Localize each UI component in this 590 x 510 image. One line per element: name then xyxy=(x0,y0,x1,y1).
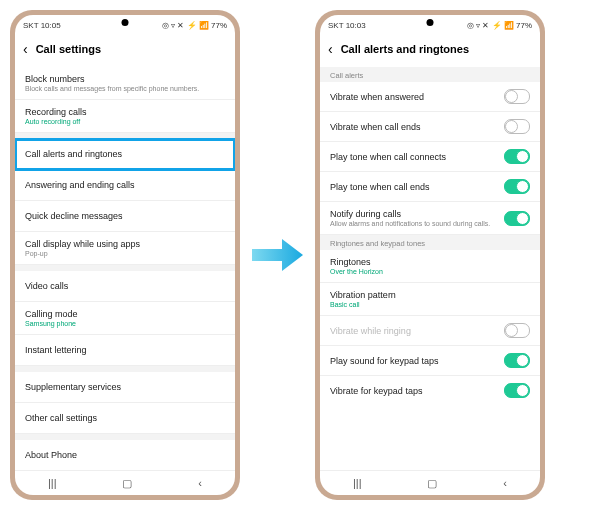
back-icon[interactable]: ‹ xyxy=(328,41,333,57)
item-block-numbers[interactable]: Block numbers Block calls and messages f… xyxy=(15,67,235,100)
item-supplementary[interactable]: Supplementary services xyxy=(15,372,235,403)
screen-right: SKT 10:03 ◎ ▿ ✕ ⚡ 📶 77% ‹ Call alerts an… xyxy=(320,15,540,495)
recent-button[interactable]: ||| xyxy=(353,477,362,489)
item-instant-lettering[interactable]: Instant lettering xyxy=(15,335,235,366)
header: ‹ Call settings xyxy=(15,35,235,67)
status-icons: ◎ ▿ ✕ ⚡ 📶 77% xyxy=(467,21,532,30)
item-quick-decline[interactable]: Quick decline messages xyxy=(15,201,235,232)
item-answering-ending[interactable]: Answering and ending calls xyxy=(15,170,235,201)
toggle[interactable] xyxy=(504,383,530,398)
item-vibrate-keypad[interactable]: Vibrate for keypad taps xyxy=(320,376,540,405)
toggle[interactable] xyxy=(504,211,530,226)
carrier-time: SKT 10:05 xyxy=(23,21,61,30)
item-recording-calls[interactable]: Recording calls Auto recording off xyxy=(15,100,235,133)
toggle[interactable] xyxy=(504,149,530,164)
item-notify-during[interactable]: Notify during calls Allow alarms and not… xyxy=(320,202,540,235)
back-button[interactable]: ‹ xyxy=(198,477,202,489)
header: ‹ Call alerts and ringtones xyxy=(320,35,540,67)
page-title: Call alerts and ringtones xyxy=(341,43,469,55)
toggle[interactable] xyxy=(504,179,530,194)
item-other-settings[interactable]: Other call settings xyxy=(15,403,235,434)
phone-right: SKT 10:03 ◎ ▿ ✕ ⚡ 📶 77% ‹ Call alerts an… xyxy=(315,10,545,500)
back-button[interactable]: ‹ xyxy=(503,477,507,489)
recent-button[interactable]: ||| xyxy=(48,477,57,489)
status-icons: ◎ ▿ ✕ ⚡ 📶 77% xyxy=(162,21,227,30)
carrier-time: SKT 10:03 xyxy=(328,21,366,30)
item-call-alerts-ringtones[interactable]: Call alerts and ringtones xyxy=(15,139,235,170)
arrow-icon xyxy=(250,235,305,275)
screen-left: SKT 10:05 ◎ ▿ ✕ ⚡ 📶 77% ‹ Call settings … xyxy=(15,15,235,495)
home-button[interactable]: ▢ xyxy=(427,477,437,490)
nav-bar: ||| ▢ ‹ xyxy=(15,470,235,495)
phone-left: SKT 10:05 ◎ ▿ ✕ ⚡ 📶 77% ‹ Call settings … xyxy=(10,10,240,500)
item-calling-mode[interactable]: Calling mode Samsung phone xyxy=(15,302,235,335)
item-vibrate-while-ringing: Vibrate while ringing xyxy=(320,316,540,346)
item-tone-ends[interactable]: Play tone when call ends xyxy=(320,172,540,202)
back-icon[interactable]: ‹ xyxy=(23,41,28,57)
front-camera xyxy=(427,19,434,26)
settings-list: Call alerts Vibrate when answered Vibrat… xyxy=(320,67,540,470)
section-ringtones-keypad: Ringtones and keypad tones xyxy=(320,235,540,250)
item-call-display[interactable]: Call display while using apps Pop-up xyxy=(15,232,235,265)
page-title: Call settings xyxy=(36,43,101,55)
settings-list: Block numbers Block calls and messages f… xyxy=(15,67,235,470)
item-vibrate-end[interactable]: Vibrate when call ends xyxy=(320,112,540,142)
item-vibrate-answered[interactable]: Vibrate when answered xyxy=(320,82,540,112)
item-about-phone[interactable]: About Phone xyxy=(15,440,235,470)
item-ringtones[interactable]: Ringtones Over the Horizon xyxy=(320,250,540,283)
item-vibration-pattern[interactable]: Vibration pattern Basic call xyxy=(320,283,540,316)
front-camera xyxy=(122,19,129,26)
item-video-calls[interactable]: Video calls xyxy=(15,271,235,302)
item-sound-keypad[interactable]: Play sound for keypad taps xyxy=(320,346,540,376)
toggle[interactable] xyxy=(504,119,530,134)
home-button[interactable]: ▢ xyxy=(122,477,132,490)
section-call-alerts: Call alerts xyxy=(320,67,540,82)
toggle xyxy=(504,323,530,338)
toggle[interactable] xyxy=(504,353,530,368)
item-tone-connects[interactable]: Play tone when call connects xyxy=(320,142,540,172)
nav-bar: ||| ▢ ‹ xyxy=(320,470,540,495)
toggle[interactable] xyxy=(504,89,530,104)
